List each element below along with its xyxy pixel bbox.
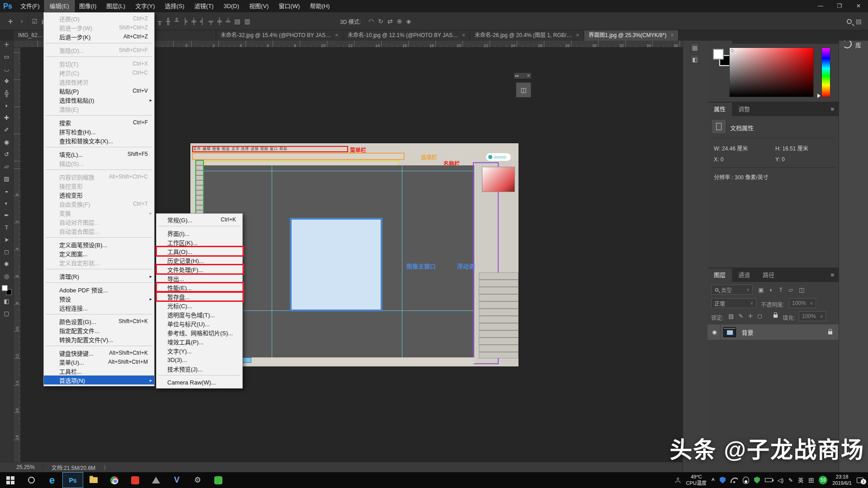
- type-tool-icon[interactable]: T: [1, 221, 13, 234]
- lock-paint-icon[interactable]: ✎: [738, 313, 743, 319]
- menubar-item[interactable]: 视图(V): [244, 0, 274, 12]
- align-top-icon[interactable]: ╥: [157, 18, 162, 25]
- minimize-button[interactable]: —: [811, 0, 830, 12]
- menu-item[interactable]: 清除(E): [44, 104, 154, 113]
- submenu-item[interactable]: 技术预览(J)...: [156, 364, 242, 373]
- battery-icon[interactable]: [765, 478, 773, 482]
- menubar-item[interactable]: 选择(S): [160, 0, 189, 12]
- submenu-item[interactable]: 暂存盘...: [156, 292, 242, 301]
- opacity-input[interactable]: 100% ∨: [789, 298, 816, 308]
- brush-tool-icon[interactable]: ✐: [1, 124, 13, 136]
- qq-icon[interactable]: [743, 477, 749, 484]
- distribute-bottom-icon[interactable]: ╧: [226, 18, 230, 25]
- clock-widget[interactable]: 23:18 2019/6/1: [832, 474, 852, 487]
- submenu-item[interactable]: 工作区(K)...: [156, 238, 242, 247]
- menu-item[interactable]: Adobe PDF 预设...: [44, 285, 154, 294]
- 3d-slide-icon[interactable]: ⊕: [397, 18, 402, 25]
- dodge-tool-icon[interactable]: ◐: [1, 197, 13, 209]
- tab-paths[interactable]: 路径: [756, 268, 781, 282]
- align-left-icon[interactable]: ╞: [183, 18, 188, 25]
- menu-item[interactable]: 首选项(N) ▸: [44, 375, 154, 385]
- menu-item[interactable]: 菜单(U)... Alt+Shift+Ctrl+M: [44, 357, 154, 366]
- menu-item[interactable]: 拷贝(C) Ctrl+C: [44, 68, 154, 77]
- submenu-item[interactable]: 文件处理(F)...: [156, 265, 242, 274]
- security-shield-icon[interactable]: [720, 477, 726, 483]
- submenu-item[interactable]: 透明度与色域(T)...: [156, 310, 242, 319]
- tab-layers[interactable]: 图层: [708, 268, 732, 282]
- crop-tool-icon[interactable]: ╬: [1, 87, 13, 99]
- gradient-tool-icon[interactable]: ▨: [1, 173, 13, 185]
- filter-smart-objects-icon[interactable]: ◫: [799, 286, 804, 293]
- document-tab[interactable]: 界面图1.jpg @ 25.3%(CMYK/8*) ×: [584, 30, 679, 41]
- filter-shape-layers-icon[interactable]: ▱: [788, 286, 793, 293]
- zoom-tool-icon[interactable]: ◎: [1, 270, 13, 282]
- lock-transparency-icon[interactable]: ▨: [728, 313, 734, 319]
- notification-center-icon[interactable]: 1: [857, 478, 863, 483]
- menubar-item[interactable]: 窗口(W): [274, 0, 305, 12]
- collapsed-panel-icon[interactable]: ◧: [690, 55, 699, 64]
- menu-item[interactable]: 描边(S)...: [44, 159, 154, 168]
- panel-menu-icon[interactable]: ≡: [826, 268, 839, 282]
- align-middle-icon[interactable]: ╫: [166, 18, 170, 25]
- quick-select-tool-icon[interactable]: ❖: [1, 75, 13, 87]
- menu-item[interactable]: 粘贴(P) Ctrl+V: [44, 86, 154, 95]
- 3d-roll-icon[interactable]: ↻: [378, 18, 383, 25]
- submenu-item[interactable]: 增效工具(P)...: [156, 337, 242, 346]
- menubar-item[interactable]: 滤镜(T): [189, 0, 219, 12]
- tab-channels[interactable]: 通道: [732, 268, 756, 282]
- marquee-tool-icon[interactable]: ▭: [1, 51, 13, 63]
- filter-adjustment-layers-icon[interactable]: ◐: [769, 286, 773, 293]
- status-badge[interactable]: 59: [819, 476, 827, 484]
- maximize-button[interactable]: ❐: [830, 0, 849, 12]
- distribute-middle-icon[interactable]: ╪: [217, 18, 222, 25]
- tab-close-icon[interactable]: ×: [462, 30, 465, 41]
- align-right-icon[interactable]: ╡: [200, 18, 205, 25]
- menu-item[interactable]: 远程连接...: [44, 303, 154, 312]
- file-explorer-icon[interactable]: [83, 472, 104, 488]
- menu-item[interactable]: 变换 ▸: [44, 208, 154, 217]
- submenu-item[interactable]: 光标(C)...: [156, 301, 242, 310]
- menu-item[interactable]: 定义画笔预设(B)...: [44, 240, 154, 249]
- menu-item[interactable]: 转换为配置文件(V)...: [44, 335, 154, 344]
- foreground-color-swatch[interactable]: [2, 285, 8, 291]
- cpu-temp-widget[interactable]: 49°C CPU温度: [686, 474, 707, 487]
- move-tool-option-icon[interactable]: ✛: [5, 15, 16, 28]
- menu-item[interactable]: 搜索 Ctrl+F: [44, 118, 154, 127]
- menu-item[interactable]: 前进一步(W) Shift+Ctrl+Z: [44, 23, 154, 32]
- distribute-top-icon[interactable]: ╤: [209, 18, 213, 25]
- layer-row-background[interactable]: ◉ 背景: [708, 324, 839, 340]
- menubar-item[interactable]: 图层(L): [101, 0, 130, 12]
- menu-item[interactable]: 自动混合图层...: [44, 226, 154, 235]
- align-bottom-icon[interactable]: ╨: [175, 18, 179, 25]
- menubar-item[interactable]: 帮助(H): [305, 0, 335, 12]
- ime-icon[interactable]: 田: [808, 476, 814, 484]
- menu-item[interactable]: 自由变换(F) Ctrl+T: [44, 199, 154, 208]
- fill-input[interactable]: 100% ∨: [799, 311, 826, 321]
- menu-item[interactable]: 颜色设置(G)... Shift+Ctrl+K: [44, 317, 154, 326]
- 3d-pan-icon[interactable]: ⇄: [387, 18, 393, 25]
- floating-panel-header[interactable]: ▸▸ ✕: [514, 72, 532, 79]
- panel-menu-icon[interactable]: ≡: [826, 103, 839, 116]
- auto-select-checkbox[interactable]: ☑: [32, 18, 38, 25]
- tab-close-icon[interactable]: ×: [576, 30, 579, 41]
- settings-app-icon[interactable]: ⚙: [187, 472, 208, 488]
- screen-mode-icon[interactable]: ▢: [1, 307, 13, 319]
- submenu-item[interactable]: 工具(O)...: [156, 247, 242, 256]
- menu-item[interactable]: 自动对齐图层...: [44, 217, 154, 226]
- lasso-tool-icon[interactable]: ◡: [1, 63, 13, 75]
- menu-item[interactable]: 查找和替换文本(X)...: [44, 136, 154, 145]
- menu-item[interactable]: 定义图案...: [44, 249, 154, 258]
- tray-expand-icon[interactable]: ^: [712, 477, 715, 483]
- cortana-button[interactable]: [21, 472, 42, 488]
- tab-properties[interactable]: 属性: [708, 103, 732, 116]
- menu-item[interactable]: 预设 ▸: [44, 294, 154, 303]
- healing-brush-tool-icon[interactable]: ✚: [1, 112, 13, 124]
- menu-item[interactable]: 选择性拷贝: [44, 77, 154, 86]
- layer-visibility-eye-icon[interactable]: ◉: [708, 324, 721, 340]
- menu-item[interactable]: 清理(R) ▸: [44, 272, 154, 281]
- tab-close-icon[interactable]: ×: [670, 30, 674, 41]
- triangle-app-icon[interactable]: [146, 472, 166, 488]
- path-select-tool-icon[interactable]: ➤: [1, 234, 13, 246]
- start-button[interactable]: [0, 472, 21, 488]
- quick-mask-icon[interactable]: ◧: [1, 295, 13, 307]
